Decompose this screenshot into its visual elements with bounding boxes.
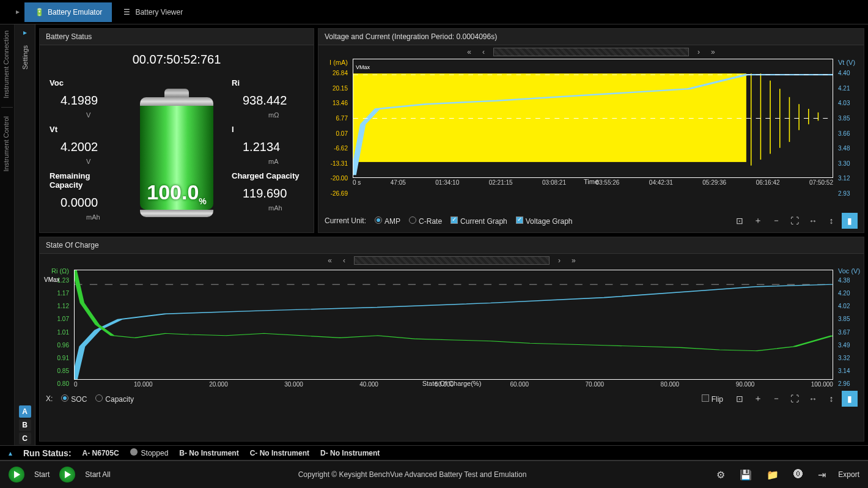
i-value: 1.2134: [232, 140, 304, 154]
fit-icon[interactable]: ⛶: [787, 213, 803, 229]
settings-label[interactable]: Settings: [21, 40, 29, 75]
remaining-capacity-value: 0.0000: [50, 196, 122, 210]
panel-title: Voltage and Current (Integration Period:…: [318, 29, 864, 45]
remaining-capacity-unit: mAh: [50, 213, 122, 221]
x-ticks: 010.00020.00030.00040.00050.00060.00070.…: [74, 381, 833, 388]
zoom-region-icon[interactable]: ⊡: [732, 213, 748, 229]
soc-plot-area[interactable]: VMax: [74, 270, 833, 380]
ri-value: 938.442: [232, 94, 304, 108]
i-unit: mA: [232, 158, 304, 165]
voc-value: 4.1989: [50, 94, 122, 108]
tab-label: Battery Emulator: [48, 8, 102, 17]
battery-icon: 🔋: [34, 7, 44, 17]
collapse-arrow-icon[interactable]: ▴: [9, 449, 12, 457]
fit-y-icon[interactable]: ↕: [823, 213, 839, 229]
voltage-current-panel: Voltage and Current (Integration Period:…: [318, 28, 864, 233]
ri-label: Ri: [232, 78, 304, 87]
start-all-button-icon[interactable]: [59, 467, 75, 482]
nav-last-icon[interactable]: »: [708, 48, 718, 56]
scroll-nav: « ‹ › »: [318, 45, 864, 59]
radio-crate[interactable]: C-Rate: [409, 216, 442, 226]
expand-settings-icon[interactable]: ▸: [15, 24, 35, 40]
right-axis-label: Vt (V): [836, 59, 864, 66]
zoom-in-icon[interactable]: ＋: [750, 213, 766, 229]
radio-amp[interactable]: AMP: [375, 216, 400, 226]
scroll-track[interactable]: [493, 48, 689, 56]
settings-gear-icon[interactable]: ⚙: [714, 469, 727, 481]
left-y-ticks: 26.8420.1513.466.770.07-6.62-13.31-20.00…: [318, 70, 350, 197]
status-d: D- No Instrument: [320, 449, 380, 457]
chevron-right-icon[interactable]: ▸: [16, 7, 20, 16]
scroll-track[interactable]: [354, 256, 550, 265]
fit-icon[interactable]: ⛶: [787, 391, 803, 407]
copyright-text: Copyright © Keysight BenchVue Advanced B…: [298, 470, 527, 479]
tab-battery-viewer[interactable]: ☰ Battery Viewer: [112, 2, 193, 22]
svg-rect-0: [353, 73, 746, 162]
current-unit-label: Current Unit:: [325, 216, 366, 225]
right-axis-label: Voc (V): [836, 267, 864, 275]
top-tabs: 🔋 Battery Emulator ☰ Battery Viewer: [0, 0, 868, 24]
elapsed-time: 00.07:50:52:761: [43, 50, 310, 78]
zoom-in-icon[interactable]: ＋: [750, 391, 766, 407]
cursor-icon[interactable]: ▮: [842, 391, 858, 407]
fit-x-icon[interactable]: ↔: [805, 391, 821, 407]
status-a: A- N6705C: [83, 449, 119, 457]
scroll-nav: « ‹ › »: [40, 254, 864, 267]
save-icon[interactable]: 💾: [737, 469, 754, 481]
radio-capacity[interactable]: Capacity: [95, 394, 134, 404]
check-flip[interactable]: Flip: [702, 394, 723, 404]
radio-soc[interactable]: SOC: [61, 394, 87, 404]
fit-x-icon[interactable]: ↔: [805, 213, 821, 229]
settings-sidebar: ▸ Settings A B C D: [15, 24, 35, 460]
vt-value: 4.2002: [50, 140, 122, 154]
cursor-icon[interactable]: ▮: [842, 213, 858, 229]
check-voltage-graph[interactable]: Voltage Graph: [516, 216, 573, 226]
ri-unit: mΩ: [232, 111, 304, 119]
tab-battery-emulator[interactable]: 🔋 Battery Emulator: [24, 2, 112, 22]
start-button-icon[interactable]: [9, 467, 24, 482]
channel-c[interactable]: C: [19, 432, 31, 445]
nav-next-icon[interactable]: ›: [556, 256, 563, 265]
status-b: B- No Instrument: [179, 449, 238, 457]
nav-next-icon[interactable]: ›: [695, 48, 702, 56]
nav-prev-icon[interactable]: ‹: [340, 256, 348, 265]
nav-prev-icon[interactable]: ‹: [480, 48, 487, 56]
vt-unit: V: [50, 158, 122, 165]
sidebar-instrument-control[interactable]: Instrument Control: [0, 110, 14, 177]
nav-first-icon[interactable]: «: [325, 256, 334, 265]
export-icon[interactable]: ⇥: [815, 469, 828, 481]
zoom-region-icon[interactable]: ⊡: [732, 391, 748, 407]
run-status-bar: ▴ Run Status: A- N6705C Stopped B- No In…: [0, 445, 868, 460]
panel-title: Battery Status: [40, 29, 314, 45]
vc-plot-area[interactable]: VMax: [353, 59, 833, 178]
voc-unit: V: [50, 111, 122, 119]
stack-icon: ☰: [122, 7, 131, 17]
nav-last-icon[interactable]: »: [569, 256, 578, 265]
right-y-ticks: 4.384.204.023.853.673.493.323.142.96: [836, 277, 864, 387]
channel-a[interactable]: A: [19, 405, 31, 418]
panel-title: State Of Charge: [40, 237, 864, 254]
channel-b[interactable]: B: [19, 419, 31, 431]
remaining-capacity-label: Remaining Capacity: [50, 171, 122, 190]
left-sidebar: Instrument Connection Instrument Control: [0, 24, 15, 460]
check-current-graph[interactable]: Current Graph: [451, 216, 507, 226]
alert-icon[interactable]: ⓿: [791, 469, 806, 480]
charged-capacity-value: 119.690: [232, 187, 304, 201]
start-all-label: Start All: [85, 470, 110, 479]
soc-panel: State Of Charge « ‹ › » Ri (Ω) Voc (V) 1…: [39, 237, 864, 442]
charged-capacity-label: Charged Capacity: [232, 171, 304, 180]
left-axis-label: I (mA): [318, 59, 350, 66]
nav-first-icon[interactable]: «: [465, 48, 474, 56]
run-status-label: Run Status:: [23, 448, 72, 458]
zoom-out-icon[interactable]: －: [768, 391, 784, 407]
zoom-out-icon[interactable]: －: [768, 213, 784, 229]
vt-label: Vt: [50, 125, 122, 134]
fit-y-icon[interactable]: ↕: [823, 391, 839, 407]
charged-capacity-unit: mAh: [232, 204, 304, 212]
vmax-annotation: VMax: [356, 64, 370, 70]
status-c: C- No Instrument: [250, 449, 309, 457]
open-folder-icon[interactable]: 📁: [764, 469, 781, 481]
start-label: Start: [34, 470, 50, 479]
sidebar-instrument-connection[interactable]: Instrument Connection: [0, 24, 14, 105]
export-label[interactable]: Export: [838, 470, 859, 479]
